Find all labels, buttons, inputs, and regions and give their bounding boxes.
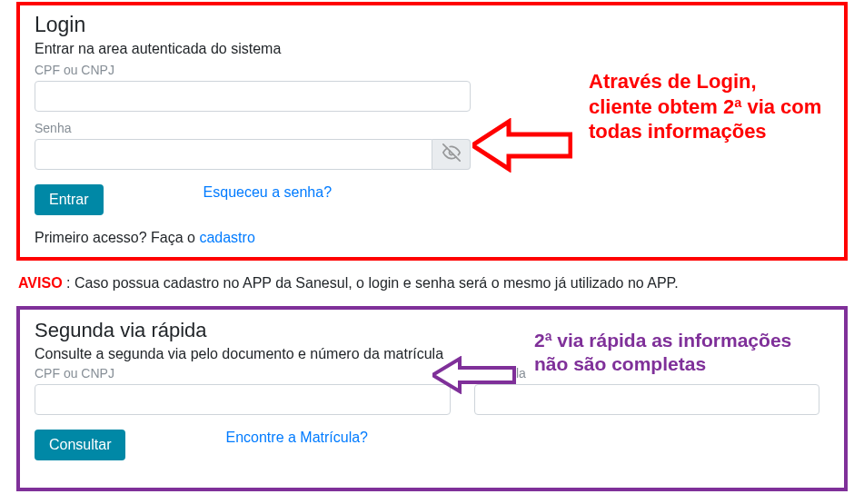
first-access-text: Primeiro acesso? Faça o cadastro <box>35 230 829 246</box>
quick-cpf-label: CPF ou CNPJ <box>35 366 451 380</box>
login-title: Login <box>35 13 829 37</box>
entrar-button[interactable]: Entrar <box>35 184 104 215</box>
consultar-button[interactable]: Consultar <box>35 430 125 460</box>
callout-red-text: Através de Login, cliente obtem 2ª via c… <box>589 69 825 144</box>
callout-purple-text: 2ª via rápida as informações não são com… <box>534 329 798 377</box>
cpf-input[interactable] <box>35 81 471 112</box>
matricula-input[interactable] <box>474 384 819 415</box>
forgot-password-link[interactable]: Esqueceu a senha? <box>204 184 332 201</box>
login-subtitle: Entrar na area autenticada do sistema <box>35 41 829 57</box>
toggle-password-visibility-button[interactable] <box>432 139 471 170</box>
aviso-label: AVISO <box>18 275 63 291</box>
quick-cpf-input[interactable] <box>35 384 451 415</box>
aviso-notice: AVISO : Caso possua cadastro no APP da S… <box>18 275 846 292</box>
cadastro-link[interactable]: cadastro <box>199 230 254 245</box>
find-matricula-link[interactable]: Encontre a Matrícula? <box>225 430 368 446</box>
first-access-prefix: Primeiro acesso? Faça o <box>35 230 199 245</box>
eye-off-icon <box>442 143 461 165</box>
aviso-text: : Caso possua cadastro no APP da Sanesul… <box>63 275 679 291</box>
senha-input[interactable] <box>35 139 432 170</box>
